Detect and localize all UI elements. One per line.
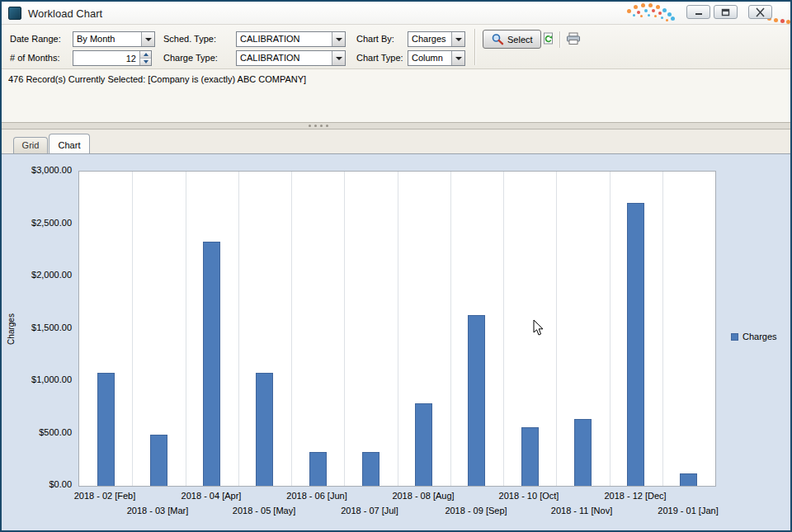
chevron-down-icon[interactable] xyxy=(332,32,345,46)
spin-up-button[interactable] xyxy=(140,51,151,58)
chevron-down-icon[interactable] xyxy=(451,32,464,46)
chart-legend: Charges xyxy=(731,332,777,341)
bar-2018 - 12 [Dec] xyxy=(627,203,644,486)
gridline xyxy=(238,172,239,486)
charge-type-label: Charge Type: xyxy=(163,53,218,63)
gridline xyxy=(662,172,663,486)
legend-label-charges: Charges xyxy=(742,332,777,341)
bar-2018 - 10 [Oct] xyxy=(521,427,539,486)
sched-type-value: CALIBRATION xyxy=(237,32,332,46)
maximize-icon xyxy=(721,8,730,16)
window-title: Workload Chart xyxy=(28,7,102,20)
spin-down-button[interactable] xyxy=(140,58,151,65)
refresh-icon xyxy=(542,32,555,45)
printer-icon xyxy=(566,32,581,45)
x-tick-label: 2018 - 03 [Mar] xyxy=(108,506,207,516)
y-tick-label: $3,000.00 xyxy=(31,165,72,175)
chevron-down-icon[interactable] xyxy=(451,51,464,65)
chart-by-value: Charges xyxy=(408,32,451,46)
charge-type-combo[interactable]: CALIBRATION xyxy=(236,50,346,66)
search-icon xyxy=(491,33,504,45)
chevron-down-icon[interactable] xyxy=(141,32,154,46)
bar-2019 - 01 [Jan] xyxy=(680,473,697,486)
y-tick-label: $1,000.00 xyxy=(31,374,72,384)
bar-2018 - 02 [Feb] xyxy=(97,373,115,486)
chevron-down-icon[interactable] xyxy=(332,51,345,65)
gridline xyxy=(556,172,557,486)
splitter-grip-icon xyxy=(309,125,337,128)
print-button[interactable] xyxy=(564,31,582,47)
chart-type-combo[interactable]: Column xyxy=(408,50,465,66)
watermark-logo xyxy=(2,2,790,24)
y-tick-label: $1,500.00 xyxy=(31,322,72,332)
tab-strip: Grid Chart xyxy=(2,129,790,154)
selection-status-text: 476 Record(s) Currently Selected: [Compa… xyxy=(8,74,306,84)
sched-type-combo[interactable]: CALIBRATION xyxy=(236,31,346,47)
y-tick-label: $0.00 xyxy=(49,479,72,489)
select-button-label: Select xyxy=(507,35,533,45)
title-bar: Workload Chart xyxy=(2,2,790,25)
gridline xyxy=(132,172,133,486)
y-tick-label: $2,500.00 xyxy=(31,218,72,228)
x-tick-label: 2018 - 10 [Oct] xyxy=(479,491,578,501)
bar-2018 - 05 [May] xyxy=(256,373,273,486)
x-tick-label: 2018 - 02 [Feb] xyxy=(55,491,154,501)
chart-by-combo[interactable]: Charges xyxy=(408,31,465,47)
plot-area xyxy=(78,171,716,487)
close-icon xyxy=(755,7,766,17)
bar-2018 - 09 [Sep] xyxy=(468,315,485,486)
gridline xyxy=(291,172,292,486)
charge-type-value: CALIBRATION xyxy=(237,51,332,65)
toolbar: Date Range: By Month Sched. Type: CALIBR… xyxy=(2,25,790,69)
x-tick-label: 2018 - 12 [Dec] xyxy=(586,491,685,501)
x-axis: 2018 - 02 [Feb]2018 - 03 [Mar]2018 - 04 … xyxy=(78,489,716,522)
select-button[interactable]: Select xyxy=(483,30,541,49)
x-tick-label: 2018 - 08 [Aug] xyxy=(374,491,473,501)
status-area: 476 Record(s) Currently Selected: [Compa… xyxy=(2,69,790,122)
gridline xyxy=(186,172,186,486)
tab-grid-label: Grid xyxy=(22,140,40,150)
close-button[interactable] xyxy=(748,5,772,19)
sched-type-label: Sched. Type: xyxy=(163,34,216,44)
x-tick-label: 2018 - 07 [Jul] xyxy=(320,506,419,516)
bar-2018 - 11 [Nov] xyxy=(574,419,592,486)
y-axis: $0.00$500.00$1,000.00$1,500.00$2,000.00$… xyxy=(2,171,74,487)
gridline xyxy=(610,172,610,486)
num-months-input[interactable] xyxy=(73,51,139,65)
chart-type-value: Column xyxy=(408,51,451,65)
chart-by-label: Chart By: xyxy=(356,34,394,44)
bar-2018 - 03 [Mar] xyxy=(150,435,167,486)
gridline xyxy=(398,172,398,486)
toolbar-separator xyxy=(474,29,475,65)
toolbar-separator xyxy=(559,31,560,48)
num-months-stepper[interactable] xyxy=(73,50,152,66)
chart-type-label: Chart Type: xyxy=(356,53,403,63)
tab-chart-label: Chart xyxy=(59,140,81,150)
minimize-icon xyxy=(695,8,703,16)
date-range-label: Date Range: xyxy=(10,34,61,44)
minimize-button[interactable] xyxy=(686,5,710,19)
bar-2018 - 04 [Apr] xyxy=(203,242,220,486)
workload-chart-window: Workload Chart Date Range: By Month Sche… xyxy=(0,0,792,532)
gridline xyxy=(344,172,345,486)
x-tick-label: 2018 - 11 [Nov] xyxy=(532,506,631,516)
tab-grid[interactable]: Grid xyxy=(13,137,48,153)
bar-2018 - 07 [Jul] xyxy=(362,452,380,486)
bar-2018 - 06 [Jun] xyxy=(309,452,327,486)
tab-chart[interactable]: Chart xyxy=(49,134,90,153)
maximize-button[interactable] xyxy=(714,5,738,19)
date-range-value: By Month xyxy=(73,32,141,46)
app-icon xyxy=(8,7,21,20)
x-tick-label: 2018 - 04 [Apr] xyxy=(162,491,261,501)
chart-panel: Charges $0.00$500.00$1,000.00$1,500.00$2… xyxy=(2,154,790,530)
y-tick-label: $2,000.00 xyxy=(31,270,72,280)
gridline xyxy=(503,172,504,486)
date-range-combo[interactable]: By Month xyxy=(73,31,155,47)
x-tick-label: 2018 - 09 [Sep] xyxy=(427,506,526,516)
splitter[interactable] xyxy=(2,122,790,129)
y-tick-label: $500.00 xyxy=(39,427,72,437)
refresh-button[interactable] xyxy=(540,31,558,47)
x-tick-label: 2018 - 06 [Jun] xyxy=(267,491,366,501)
x-tick-label: 2019 - 01 [Jan] xyxy=(639,506,738,516)
legend-swatch-charges xyxy=(731,333,738,341)
